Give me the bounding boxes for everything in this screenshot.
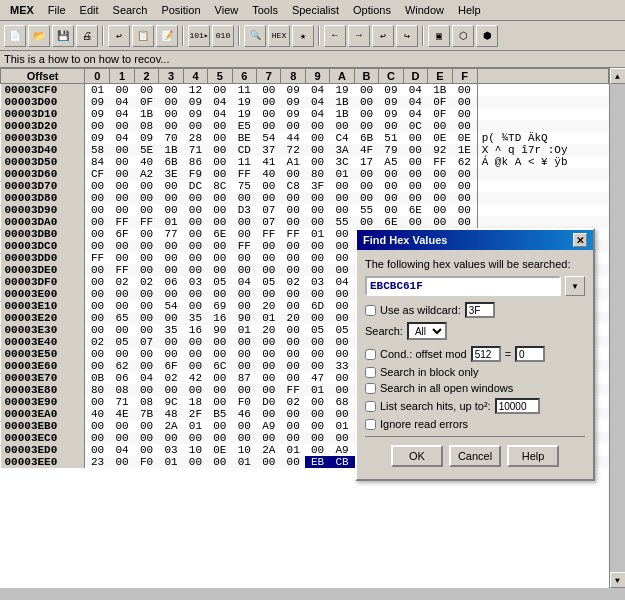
hex-byte[interactable]: 00: [379, 180, 403, 192]
hex-byte[interactable]: 00: [330, 300, 354, 312]
hex-byte[interactable]: 02: [134, 276, 158, 288]
toolbar-undo[interactable]: ↩: [108, 25, 130, 47]
hex-byte[interactable]: 00: [208, 120, 232, 132]
hex-byte[interactable]: 33: [330, 360, 354, 372]
hex-byte[interactable]: 00: [281, 456, 305, 468]
hex-byte[interactable]: 00: [403, 180, 427, 192]
hex-byte[interactable]: 00: [354, 120, 378, 132]
hex-byte[interactable]: 00: [183, 264, 207, 276]
hex-byte[interactable]: 00: [452, 108, 477, 120]
dialog-title-bar[interactable]: Find Hex Values ✕: [357, 230, 593, 250]
hex-byte[interactable]: 00: [428, 204, 452, 216]
hex-byte[interactable]: 00: [110, 324, 134, 336]
hex-byte[interactable]: 00: [159, 240, 183, 252]
hex-byte[interactable]: 04: [330, 276, 354, 288]
hex-byte[interactable]: 05: [110, 336, 134, 348]
hex-byte[interactable]: 17: [354, 156, 378, 168]
hex-byte[interactable]: 00: [110, 456, 134, 468]
hex-byte[interactable]: 00: [232, 228, 256, 240]
hex-byte[interactable]: 0E: [208, 444, 232, 456]
menu-tools[interactable]: Tools: [246, 2, 284, 18]
hex-byte[interactable]: 00: [354, 108, 378, 120]
hex-byte[interactable]: 01: [85, 84, 110, 97]
hex-byte[interactable]: 6B: [159, 156, 183, 168]
hex-byte[interactable]: 00: [305, 420, 329, 432]
hex-byte[interactable]: A5: [379, 156, 403, 168]
hex-byte[interactable]: 00: [183, 336, 207, 348]
hex-byte[interactable]: 3F: [305, 180, 329, 192]
hex-byte[interactable]: FF: [134, 216, 158, 228]
hex-byte[interactable]: 00: [134, 384, 158, 396]
hex-byte[interactable]: 00: [330, 180, 354, 192]
hex-byte[interactable]: 06: [159, 276, 183, 288]
hex-byte[interactable]: 35: [183, 312, 207, 324]
hex-byte[interactable]: 00: [232, 384, 256, 396]
hex-byte[interactable]: 55: [354, 204, 378, 216]
hex-byte[interactable]: 00: [183, 204, 207, 216]
hex-byte[interactable]: 00: [183, 432, 207, 444]
list-hits-value-input[interactable]: [495, 398, 540, 414]
hex-byte[interactable]: 12: [183, 84, 207, 97]
block-checkbox[interactable]: [365, 367, 376, 378]
hex-byte[interactable]: 00: [452, 96, 477, 108]
hex-byte[interactable]: D0: [257, 396, 281, 408]
hex-byte[interactable]: 6C: [208, 360, 232, 372]
hex-byte[interactable]: 00: [208, 132, 232, 144]
hex-byte[interactable]: 09: [183, 108, 207, 120]
hex-byte[interactable]: 00: [330, 372, 354, 384]
hex-byte[interactable]: 00: [330, 348, 354, 360]
hex-byte[interactable]: 00: [208, 192, 232, 204]
hex-byte[interactable]: 00: [208, 168, 232, 180]
hex-byte[interactable]: 00: [159, 384, 183, 396]
toolbar-star[interactable]: ★: [292, 25, 314, 47]
hex-byte[interactable]: 01: [159, 456, 183, 468]
toolbar-paste[interactable]: 📝: [156, 25, 178, 47]
hex-byte[interactable]: 00: [159, 180, 183, 192]
hex-byte[interactable]: 68: [330, 396, 354, 408]
hex-byte[interactable]: 09: [379, 96, 403, 108]
hex-byte[interactable]: 00: [305, 204, 329, 216]
hex-byte[interactable]: 00: [208, 384, 232, 396]
hex-byte[interactable]: 00: [403, 144, 427, 156]
hex-byte[interactable]: 00: [134, 264, 158, 276]
hex-byte[interactable]: 6E: [379, 216, 403, 228]
hex-byte[interactable]: 00: [428, 192, 452, 204]
hex-byte[interactable]: 19: [232, 96, 256, 108]
hex-byte[interactable]: 1B: [330, 96, 354, 108]
hex-byte[interactable]: 04: [305, 108, 329, 120]
hex-byte[interactable]: 84: [85, 156, 110, 168]
hex-byte[interactable]: 00: [134, 252, 158, 264]
hex-byte[interactable]: 00: [257, 96, 281, 108]
hex-byte[interactable]: 02: [85, 336, 110, 348]
help-button[interactable]: Help: [507, 445, 559, 467]
hex-byte[interactable]: 4E: [110, 408, 134, 420]
hex-byte[interactable]: 40: [134, 156, 158, 168]
hex-byte[interactable]: F0: [232, 396, 256, 408]
hex-byte[interactable]: 00: [134, 240, 158, 252]
hex-byte[interactable]: 00: [134, 360, 158, 372]
hex-byte[interactable]: F9: [183, 168, 207, 180]
hex-byte[interactable]: 44: [281, 132, 305, 144]
hex-byte[interactable]: 00: [257, 240, 281, 252]
hex-byte[interactable]: 00: [330, 312, 354, 324]
hex-byte[interactable]: 09: [85, 132, 110, 144]
hex-byte[interactable]: 00: [257, 360, 281, 372]
hex-byte[interactable]: FF: [232, 240, 256, 252]
hex-byte[interactable]: 00: [183, 216, 207, 228]
hex-search-input[interactable]: [365, 276, 561, 296]
toolbar-hex2[interactable]: 010: [212, 25, 234, 47]
hex-byte[interactable]: 04: [110, 108, 134, 120]
hex-byte[interactable]: E5: [232, 120, 256, 132]
hex-byte[interactable]: 00: [110, 300, 134, 312]
hex-byte[interactable]: 02: [281, 396, 305, 408]
all-windows-checkbox[interactable]: [365, 383, 376, 394]
hex-byte[interactable]: 1B: [159, 144, 183, 156]
wildcard-checkbox[interactable]: [365, 305, 376, 316]
hex-byte[interactable]: 00: [208, 456, 232, 468]
hex-byte[interactable]: 00: [281, 288, 305, 300]
menu-file[interactable]: File: [42, 2, 72, 18]
hex-byte[interactable]: 00: [208, 348, 232, 360]
cond-value2-input[interactable]: [515, 346, 545, 362]
hex-byte[interactable]: 6B: [354, 132, 378, 144]
hex-byte[interactable]: 00: [208, 240, 232, 252]
